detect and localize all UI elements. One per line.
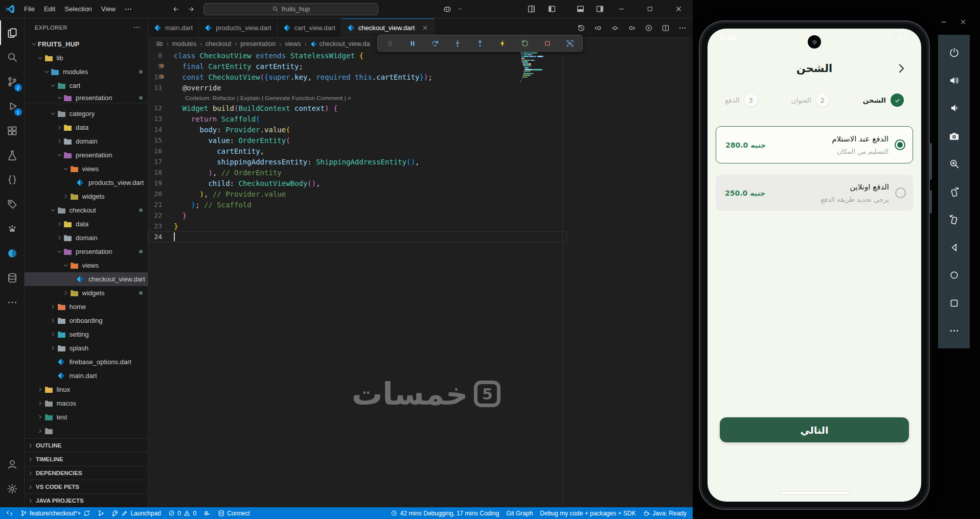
toolbar-rotate-right-icon[interactable] bbox=[949, 214, 960, 225]
status-debug-status[interactable] bbox=[200, 507, 214, 519]
radio-unselected-icon[interactable] bbox=[895, 187, 906, 198]
sidebar-more-icon[interactable] bbox=[133, 23, 141, 31]
editor-action-run-clock-icon[interactable] bbox=[645, 24, 653, 32]
editor-action-ellipsis-icon[interactable] bbox=[678, 24, 687, 32]
editor-action-history-icon[interactable] bbox=[577, 24, 585, 32]
activity-explorer[interactable] bbox=[0, 20, 25, 45]
toolbar-rotate-left-icon[interactable] bbox=[949, 186, 960, 197]
toolbar-camera-icon[interactable] bbox=[949, 131, 960, 141]
section-timeline[interactable]: TIMELINE bbox=[25, 452, 148, 466]
activity-account[interactable] bbox=[0, 452, 25, 477]
tree-item-widgets[interactable]: widgets bbox=[25, 190, 148, 203]
toolbar-volume-up-icon[interactable] bbox=[949, 75, 960, 86]
editor-split-seam[interactable] bbox=[562, 38, 563, 507]
code-editor[interactable]: 8class CheckoutView extends StatelessWid… bbox=[148, 50, 567, 242]
emulator-close-icon[interactable] bbox=[956, 15, 970, 29]
editor-action-split-editor-icon[interactable] bbox=[662, 24, 670, 32]
activity-dart[interactable] bbox=[0, 241, 25, 266]
activity-run-and-debug[interactable]: 1 bbox=[0, 94, 25, 119]
minimap[interactable] bbox=[520, 52, 558, 82]
tree-item-data[interactable]: data bbox=[25, 121, 148, 134]
tree-item-splash[interactable]: splash bbox=[25, 341, 148, 355]
activity-snippets[interactable] bbox=[0, 168, 25, 192]
tree-item-main.dart[interactable]: main.dart bbox=[25, 369, 148, 383]
breadcrumb-item[interactable]: modules bbox=[172, 40, 196, 48]
titlebar-panel-bottom-icon[interactable] bbox=[573, 0, 588, 18]
codeium-codelens[interactable]: Codeium: Refactor | Explain | Generate F… bbox=[148, 93, 567, 103]
tree-item-test[interactable]: test bbox=[25, 410, 148, 424]
home-indicator[interactable] bbox=[780, 492, 849, 494]
tree-item-presentation[interactable]: presentation bbox=[25, 92, 148, 103]
tree-item-onboarding[interactable]: onboarding bbox=[25, 314, 148, 327]
activity-labels[interactable] bbox=[0, 192, 25, 217]
section-vs-code-pets[interactable]: VS CODE PETS bbox=[25, 480, 148, 493]
breadcrumb-item[interactable]: views bbox=[285, 40, 301, 48]
tree-item-category[interactable]: category bbox=[25, 107, 148, 121]
debug-stop-icon[interactable] bbox=[543, 39, 552, 48]
tab-main.dart[interactable]: main.dart bbox=[148, 18, 199, 37]
menu-file[interactable]: File bbox=[19, 3, 39, 15]
titlebar-chevron-down-icon[interactable] bbox=[455, 0, 464, 18]
activity-settings[interactable] bbox=[0, 477, 25, 501]
debug-hot-reload-icon[interactable] bbox=[498, 39, 507, 48]
tree-item-lib[interactable]: lib bbox=[25, 51, 148, 65]
tree-item-domain[interactable]: domain bbox=[25, 134, 148, 148]
status-java-status[interactable]: Java: Ready bbox=[640, 507, 690, 519]
debug-pause-icon[interactable] bbox=[408, 39, 417, 48]
toolbar-power-icon[interactable] bbox=[949, 47, 960, 58]
tree-item-macos[interactable]: macos bbox=[25, 396, 148, 410]
status-debug-config[interactable]: Debug my code + packages + SDK bbox=[536, 507, 639, 519]
titlebar-panel-left-icon[interactable] bbox=[544, 0, 559, 18]
section-dependencies[interactable]: DEPENDENCIES bbox=[25, 466, 148, 480]
activity-extensions[interactable] bbox=[0, 119, 25, 143]
tree-item-home[interactable]: home bbox=[25, 300, 148, 314]
tree-item-modules[interactable]: modules bbox=[25, 65, 148, 79]
menu-selection[interactable]: Selection bbox=[60, 3, 96, 15]
breadcrumb-file[interactable]: checkout_view.da bbox=[310, 40, 370, 48]
titlebar-layout-icon[interactable] bbox=[523, 0, 539, 18]
tree-item-checkout_view.dart[interactable]: checkout_view.dart bbox=[25, 272, 148, 286]
menu-edit[interactable]: Edit bbox=[39, 3, 60, 15]
menu-view[interactable]: View bbox=[97, 3, 120, 15]
titlebar-copilot-icon[interactable] bbox=[440, 0, 455, 18]
tree-item-widgets[interactable]: widgets bbox=[25, 286, 148, 300]
titlebar-panel-right-icon[interactable] bbox=[592, 0, 607, 18]
tab-close-icon[interactable] bbox=[422, 25, 428, 31]
activity-source-control[interactable]: 2 bbox=[0, 69, 25, 94]
breadcrumb-item[interactable]: checkout bbox=[206, 40, 231, 48]
tree-item-presentation[interactable]: presentation bbox=[25, 245, 148, 258]
next-button[interactable]: التالي bbox=[720, 417, 909, 442]
debug-widget-inspector-icon[interactable] bbox=[566, 39, 574, 48]
status-git-branch[interactable]: feature/checkout*+ bbox=[17, 507, 94, 519]
editor-action-nav-next-icon[interactable] bbox=[628, 24, 636, 32]
debug-hot-restart-icon[interactable] bbox=[521, 39, 529, 48]
tree-item-views[interactable]: views bbox=[25, 258, 148, 272]
activity-database[interactable] bbox=[0, 266, 25, 290]
status-remote-indicator[interactable] bbox=[3, 507, 17, 519]
status-problems[interactable]: 00 bbox=[165, 507, 200, 519]
activity-testing[interactable] bbox=[0, 143, 25, 168]
editor-action-nav-prev-icon[interactable] bbox=[594, 24, 602, 32]
tab-products_view.dart[interactable]: products_view.dart bbox=[199, 18, 277, 37]
tab-cart_view.dart[interactable]: cart_view.dart bbox=[278, 18, 341, 37]
status-launchpad[interactable]: Launchpad bbox=[108, 507, 164, 519]
breadcrumb-item[interactable]: lib bbox=[156, 40, 163, 48]
status-time-tracker[interactable]: 42 mins Debugging, 17 mins Coding bbox=[387, 507, 503, 519]
tree-item-data[interactable]: data bbox=[25, 217, 148, 231]
section-outline[interactable]: OUTLINE bbox=[25, 438, 148, 452]
activity-search[interactable] bbox=[0, 45, 25, 69]
breadcrumb-item[interactable]: presentation bbox=[240, 40, 276, 48]
status-scm-graph[interactable] bbox=[94, 507, 108, 519]
toolbar-volume-down-icon[interactable] bbox=[949, 103, 960, 113]
tree-item-cart[interactable]: cart bbox=[25, 79, 148, 92]
toolbar-recents-icon[interactable] bbox=[949, 298, 960, 309]
activity-more-views[interactable] bbox=[0, 290, 25, 315]
debug-step-into-icon[interactable] bbox=[453, 39, 462, 48]
more-menu-icon[interactable] bbox=[120, 5, 136, 13]
editor-action-nav-dot-icon[interactable] bbox=[611, 24, 619, 32]
command-center[interactable]: fruits_hup bbox=[203, 3, 378, 15]
payment-option-1[interactable]: الدفع عند الاستلامالتسليم من المكان280.0… bbox=[716, 126, 913, 163]
tree-item-linux[interactable]: linux bbox=[25, 383, 148, 396]
section-java-projects[interactable]: JAVA PROJECTS bbox=[25, 493, 148, 507]
debug-step-out-icon[interactable] bbox=[476, 39, 484, 48]
